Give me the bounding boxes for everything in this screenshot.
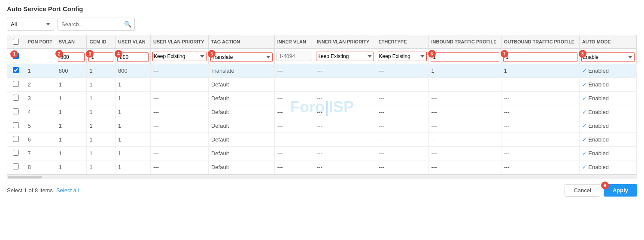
row-checkbox[interactable] bbox=[13, 122, 19, 128]
row-pon-port: 3 bbox=[25, 92, 56, 105]
row-inner-priority: --- bbox=[314, 160, 376, 174]
row-auto-mode: ✓ Enabled bbox=[579, 119, 636, 133]
row-gem-id: 1 bbox=[87, 78, 115, 92]
row-ethertype: --- bbox=[376, 105, 428, 119]
th-inbound-traffic-profile: INBOUND TRAFFIC PROFILE bbox=[428, 35, 501, 49]
th-user-vlan-priority: USER VLAN PRIORITY bbox=[151, 35, 209, 49]
row-pon-port: 2 bbox=[25, 78, 56, 92]
th-checkbox bbox=[7, 35, 25, 49]
row-user-vlan: 1 bbox=[115, 133, 151, 147]
table-row: 2 1 1 1 --- Default --- --- --- --- --- … bbox=[7, 78, 637, 92]
table-row: 1 800 1 800 --- Translate --- --- --- 1 … bbox=[7, 64, 637, 78]
edit-cell-innerpriority: Keep Existing bbox=[314, 49, 376, 64]
row-pon-port: 7 bbox=[25, 147, 56, 160]
footer-left: Select 1 of 8 items Select all bbox=[7, 187, 79, 194]
row-tag-action: Default bbox=[208, 105, 274, 119]
select-all-checkbox[interactable] bbox=[13, 39, 19, 45]
innerpriority-select[interactable]: Keep Existing bbox=[316, 52, 374, 61]
edit-cell-ethertype: Keep Existing bbox=[376, 49, 428, 64]
row-gem-id: 1 bbox=[87, 133, 115, 147]
row-uvpriority: --- bbox=[151, 147, 209, 160]
footer-right: Cancel 9 Apply bbox=[565, 184, 637, 197]
outbound-input[interactable] bbox=[503, 52, 577, 62]
th-pon-port: PON PORT bbox=[25, 35, 56, 49]
row-tag-action: Default bbox=[208, 92, 274, 105]
row-user-vlan: 1 bbox=[115, 92, 151, 105]
row-ethertype: --- bbox=[376, 160, 428, 174]
badge-2: 2 bbox=[55, 50, 63, 58]
row-checkbox-cell bbox=[7, 105, 25, 119]
search-icon: 🔍 bbox=[124, 21, 131, 28]
footer-bar: Select 1 of 8 items Select all Cancel 9 … bbox=[7, 181, 637, 200]
automode-select[interactable]: Enable Disable bbox=[581, 52, 635, 62]
row-outbound: --- bbox=[501, 78, 579, 92]
row-auto-mode: ✓ Enabled bbox=[579, 147, 636, 160]
row-checkbox[interactable] bbox=[13, 163, 19, 169]
row-outbound: --- bbox=[501, 133, 579, 147]
horizontal-scrollbar[interactable] bbox=[7, 175, 637, 179]
row-auto-mode: ✓ Enabled bbox=[579, 78, 636, 92]
ethertype-select[interactable]: Keep Existing bbox=[378, 52, 427, 61]
edit-cell-inbound: 6 bbox=[428, 49, 501, 64]
row-checkbox[interactable] bbox=[13, 136, 19, 142]
uvpriority-select[interactable]: Keep Existing bbox=[152, 52, 207, 61]
row-checkbox[interactable] bbox=[13, 150, 19, 156]
row-checkbox[interactable] bbox=[13, 67, 19, 73]
search-input[interactable] bbox=[58, 18, 135, 31]
row-checkbox[interactable] bbox=[13, 95, 19, 101]
select-all-link[interactable]: Select all bbox=[56, 187, 79, 194]
row-uvpriority: --- bbox=[151, 92, 209, 105]
row-inner-priority: --- bbox=[314, 64, 376, 78]
row-inner-vlan: --- bbox=[274, 133, 314, 147]
table-row: 5 1 1 1 --- Default --- --- --- --- --- … bbox=[7, 119, 637, 133]
row-checkbox-cell bbox=[7, 119, 25, 133]
row-inbound: --- bbox=[428, 147, 501, 160]
cancel-button[interactable]: Cancel bbox=[565, 184, 600, 197]
edit-cell-automode: 8 Enable Disable bbox=[579, 49, 636, 64]
row-user-vlan: 1 bbox=[115, 105, 151, 119]
th-ethertype: ETHERTYPE bbox=[376, 35, 428, 49]
row-tag-action: Default bbox=[208, 133, 274, 147]
row-inner-vlan: --- bbox=[274, 78, 314, 92]
search-wrapper: 🔍 bbox=[58, 18, 135, 31]
th-svlan: SVLAN bbox=[56, 35, 87, 49]
filter-select[interactable]: All bbox=[7, 18, 54, 31]
row-user-vlan: 1 bbox=[115, 147, 151, 160]
row-checkbox[interactable] bbox=[13, 81, 19, 87]
badge-9: 9 bbox=[601, 182, 609, 189]
innervlan-input[interactable] bbox=[276, 52, 312, 61]
table-row: 7 1 1 1 --- Default --- --- --- --- --- … bbox=[7, 147, 637, 160]
table-body: 1 800 1 800 --- Translate --- --- --- 1 … bbox=[7, 64, 637, 174]
th-inner-vlan: INNER VLAN bbox=[274, 35, 314, 49]
row-uvpriority: --- bbox=[151, 119, 209, 133]
table-row: 8 1 1 1 --- Default --- --- --- --- --- … bbox=[7, 160, 637, 174]
row-auto-mode: ✓ Enabled bbox=[579, 160, 636, 174]
row-inner-vlan: --- bbox=[274, 64, 314, 78]
row-ethertype: --- bbox=[376, 78, 428, 92]
toolbar: All 🔍 bbox=[7, 18, 637, 31]
row-pon-port: 4 bbox=[25, 105, 56, 119]
row-ethertype: --- bbox=[376, 92, 428, 105]
edit-row: 1 2 3 bbox=[7, 49, 637, 64]
row-outbound: --- bbox=[501, 119, 579, 133]
row-svlan: 1 bbox=[56, 147, 87, 160]
filter-wrapper: All bbox=[7, 18, 54, 31]
badge-1: 1 bbox=[10, 50, 18, 58]
tagaction-select[interactable]: Translate Default bbox=[210, 52, 273, 62]
row-checkbox[interactable] bbox=[13, 108, 19, 114]
row-inbound: --- bbox=[428, 160, 501, 174]
row-gem-id: 1 bbox=[87, 92, 115, 105]
inbound-input[interactable] bbox=[431, 52, 499, 62]
check-icon: ✓ bbox=[582, 95, 587, 102]
row-svlan: 1 bbox=[56, 160, 87, 174]
data-table: PON PORT SVLAN GEM ID USER VLAN USER VLA… bbox=[7, 35, 637, 174]
check-icon: ✓ bbox=[582, 123, 587, 129]
row-gem-id: 1 bbox=[87, 160, 115, 174]
edit-cell-svlan: 2 bbox=[56, 49, 87, 64]
row-ethertype: --- bbox=[376, 147, 428, 160]
row-auto-mode: ✓ Enabled bbox=[579, 105, 636, 119]
check-icon: ✓ bbox=[582, 164, 587, 170]
scrollbar-thumb[interactable] bbox=[8, 176, 42, 178]
row-ethertype: --- bbox=[376, 119, 428, 133]
th-user-vlan: USER VLAN bbox=[115, 35, 151, 49]
